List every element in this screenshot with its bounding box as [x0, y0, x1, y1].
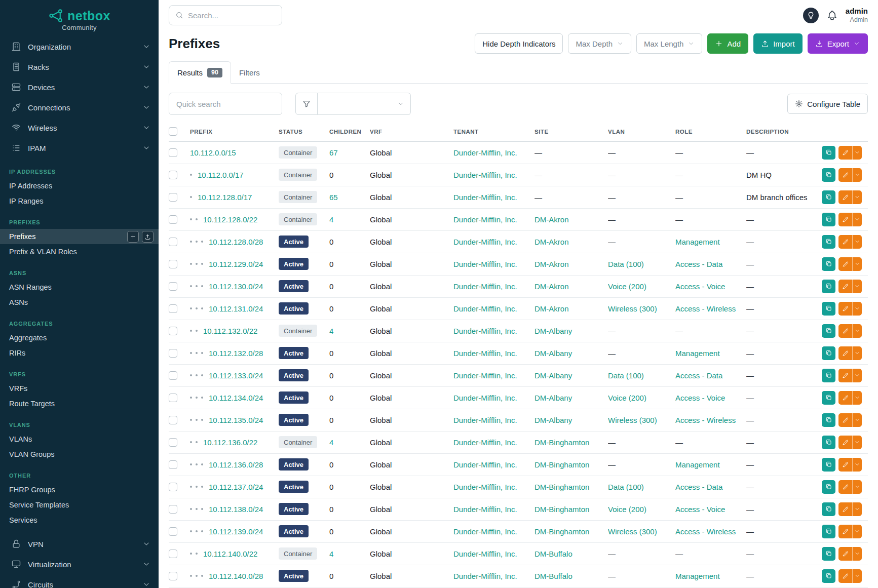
col-header-description[interactable]: DESCRIPTION [746, 125, 814, 141]
tenant-link[interactable]: Dunder-Mifflin, Inc. [453, 148, 517, 157]
row-checkbox[interactable] [169, 304, 177, 313]
site-link[interactable]: DM-Akron [535, 215, 569, 224]
row-checkbox[interactable] [169, 416, 177, 424]
edit-dropdown-button[interactable] [852, 257, 862, 271]
copy-button[interactable] [822, 280, 835, 293]
edit-dropdown-button[interactable] [852, 146, 862, 160]
site-link[interactable]: DM-Akron [535, 260, 569, 268]
prefix-link[interactable]: 10.112.0.0/15 [190, 148, 236, 157]
edit-button[interactable] [838, 190, 852, 204]
tenant-link[interactable]: Dunder-Mifflin, Inc. [453, 527, 517, 536]
add-prefix-button[interactable] [127, 231, 139, 243]
prefix-link[interactable]: 10.112.133.0/24 [209, 371, 263, 380]
tenant-link[interactable]: Dunder-Mifflin, Inc. [453, 327, 517, 335]
edit-button[interactable] [838, 302, 852, 316]
tenant-link[interactable]: Dunder-Mifflin, Inc. [453, 438, 517, 447]
edit-dropdown-button[interactable] [852, 168, 862, 182]
role-link[interactable]: Access - Voice [675, 505, 725, 514]
copy-button[interactable] [822, 190, 835, 204]
edit-dropdown-button[interactable] [852, 190, 862, 204]
prefix-link[interactable]: 10.112.140.0/28 [209, 572, 263, 580]
site-link[interactable]: DM-Binghamton [535, 483, 589, 491]
vlan-link[interactable]: Wireless (300) [608, 527, 657, 536]
sidebar-item-route-targets[interactable]: Route Targets [0, 396, 159, 411]
sidebar-item-vrfs[interactable]: VRFs [0, 381, 159, 396]
prefix-link[interactable]: 10.112.139.0/24 [209, 527, 263, 536]
role-link[interactable]: Access - Voice [675, 282, 725, 291]
edit-button[interactable] [838, 235, 852, 249]
sidebar-item-ip-ranges[interactable]: IP Ranges [0, 193, 159, 209]
sidebar-item-racks[interactable]: Racks [0, 57, 159, 77]
tenant-link[interactable]: Dunder-Mifflin, Inc. [453, 304, 517, 313]
sidebar-item-wireless[interactable]: Wireless [0, 117, 159, 138]
sidebar-item-ip-addresses[interactable]: IP Addresses [0, 178, 159, 193]
role-link[interactable]: Access - Data [675, 483, 722, 491]
role-link[interactable]: Access - Wireless [675, 304, 736, 313]
tenant-link[interactable]: Dunder-Mifflin, Inc. [453, 416, 517, 424]
edit-dropdown-button[interactable] [852, 302, 862, 316]
row-checkbox[interactable] [169, 148, 177, 157]
col-header-vrf[interactable]: VRF [370, 125, 453, 141]
edit-button[interactable] [838, 525, 852, 538]
col-header-role[interactable]: ROLE [675, 125, 746, 141]
site-link[interactable]: DM-Akron [535, 282, 569, 291]
prefix-link[interactable]: 10.112.129.0/24 [209, 260, 263, 268]
edit-dropdown-button[interactable] [852, 346, 862, 360]
configure-table-button[interactable]: Configure Table [787, 94, 868, 114]
edit-button[interactable] [838, 346, 852, 360]
vlan-link[interactable]: Wireless (300) [608, 304, 657, 313]
add-button[interactable]: Add [707, 33, 748, 54]
copy-button[interactable] [822, 525, 835, 538]
edit-dropdown-button[interactable] [852, 280, 862, 293]
edit-button[interactable] [838, 436, 852, 449]
tenant-link[interactable]: Dunder-Mifflin, Inc. [453, 394, 517, 402]
prefix-link[interactable]: 10.112.128.0/17 [198, 193, 252, 202]
edit-dropdown-button[interactable] [852, 502, 862, 516]
sidebar-item-service-templates[interactable]: Service Templates [0, 497, 159, 513]
sidebar-item-asns[interactable]: ASNs [0, 295, 159, 310]
row-checkbox[interactable] [169, 550, 177, 558]
row-checkbox[interactable] [169, 193, 177, 202]
edit-button[interactable] [838, 480, 852, 494]
filter-button[interactable] [295, 93, 318, 115]
global-search-input[interactable] [188, 11, 276, 20]
row-checkbox[interactable] [169, 483, 177, 491]
tenant-link[interactable]: Dunder-Mifflin, Inc. [453, 371, 517, 380]
row-checkbox[interactable] [169, 215, 177, 224]
prefix-link[interactable]: 10.112.128.0/28 [209, 238, 263, 246]
prefix-link[interactable]: 10.112.138.0/24 [209, 505, 263, 514]
sidebar-item-vlan-groups[interactable]: VLAN Groups [0, 447, 159, 462]
edit-button[interactable] [838, 547, 852, 561]
edit-dropdown-button[interactable] [852, 480, 862, 494]
edit-dropdown-button[interactable] [852, 525, 862, 538]
sidebar-item-prefix-vlan-roles[interactable]: Prefix & VLAN Roles [0, 244, 159, 259]
sidebar-item-services[interactable]: Services [0, 513, 159, 528]
tenant-link[interactable]: Dunder-Mifflin, Inc. [453, 171, 517, 179]
edit-dropdown-button[interactable] [852, 436, 862, 449]
row-checkbox[interactable] [169, 260, 177, 268]
copy-button[interactable] [822, 569, 835, 583]
vlan-link[interactable]: Voice (200) [608, 282, 646, 291]
site-link[interactable]: DM-Buffalo [535, 572, 572, 580]
prefix-link[interactable]: 10.112.128.0/22 [203, 215, 257, 224]
col-header-vlan[interactable]: VLAN [608, 125, 675, 141]
prefix-link[interactable]: 10.112.132.0/22 [203, 327, 257, 335]
row-checkbox[interactable] [169, 505, 177, 514]
vlan-link[interactable]: Data (100) [608, 260, 644, 268]
edit-dropdown-button[interactable] [852, 391, 862, 405]
copy-button[interactable] [822, 547, 835, 561]
role-link[interactable]: Access - Voice [675, 394, 725, 402]
notifications-button[interactable] [826, 10, 838, 21]
saved-filter-select[interactable] [318, 93, 411, 115]
site-link[interactable]: DM-Albany [535, 349, 572, 358]
copy-button[interactable] [822, 324, 835, 338]
sidebar-item-circuits[interactable]: Circuits [0, 574, 159, 588]
copy-button[interactable] [822, 502, 835, 516]
tenant-link[interactable]: Dunder-Mifflin, Inc. [453, 193, 517, 202]
row-checkbox[interactable] [169, 282, 177, 291]
user-menu[interactable]: admin Admin [846, 7, 868, 24]
sidebar-item-vpn[interactable]: VPN [0, 534, 159, 554]
tenant-link[interactable]: Dunder-Mifflin, Inc. [453, 282, 517, 291]
site-link[interactable]: DM-Binghamton [535, 460, 589, 469]
role-link[interactable]: Access - Wireless [675, 416, 736, 424]
